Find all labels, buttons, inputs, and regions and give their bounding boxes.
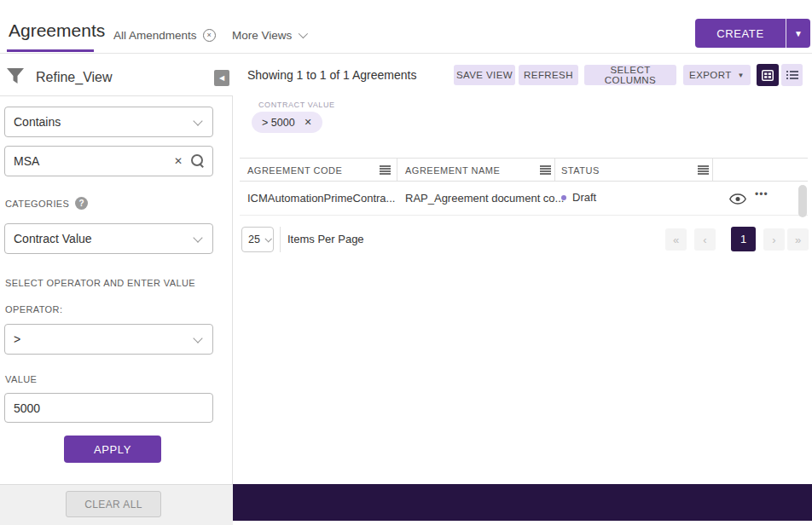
saved-view-label: All Amendments	[113, 29, 197, 42]
category-select[interactable]: Contract Value	[4, 223, 213, 254]
value-text: 5000	[14, 401, 40, 415]
column-divider	[712, 159, 713, 182]
create-dropdown-arrow-icon[interactable]: ▼	[786, 19, 810, 48]
filter-icon	[7, 68, 24, 87]
current-page-button[interactable]: 1	[731, 227, 756, 251]
column-header-agreement-name: AGREEMENT NAME	[405, 165, 500, 176]
operator-select[interactable]: >	[4, 324, 213, 355]
table-header-row: AGREEMENT CODE AGREEMENT NAME STATUS	[240, 158, 808, 182]
last-page-button[interactable]: »	[787, 228, 809, 251]
refresh-button[interactable]: REFRESH	[519, 65, 578, 85]
more-views-label: More Views	[232, 29, 292, 42]
operator-label: OPERATOR:	[5, 304, 62, 314]
export-dropdown-arrow-icon: ▼	[738, 72, 745, 79]
items-per-page-select[interactable]: 25	[241, 227, 274, 252]
table-row[interactable]: ICMAutomationPrimeContra... RAP_Agreemen…	[240, 182, 808, 216]
remove-view-icon[interactable]: ×	[203, 29, 216, 42]
next-page-button[interactable]: ›	[763, 228, 785, 251]
vertical-scrollbar-thumb[interactable]	[798, 185, 807, 217]
chevron-down-icon	[193, 233, 202, 242]
status-dot	[561, 195, 566, 200]
search-input[interactable]: MSA ✕	[4, 146, 213, 176]
grid-view-toggle[interactable]	[757, 64, 779, 86]
column-header-agreement-code: AGREEMENT CODE	[247, 165, 342, 176]
export-label: EXPORT	[689, 70, 731, 80]
search-value: MSA	[14, 154, 39, 168]
active-tab-underline	[7, 49, 94, 52]
remove-filter-icon[interactable]: ✕	[304, 117, 312, 128]
operator-value: >	[14, 332, 20, 346]
filter-chip-category-label: CONTRACT VALUE	[258, 101, 335, 109]
footer-bar	[233, 484, 812, 521]
grid-view-icon	[762, 70, 774, 81]
create-split-button[interactable]: CREATE ▼	[695, 19, 810, 48]
cell-agreement-name: RAP_Agreement document co...	[405, 192, 564, 205]
results-count-text: Showing 1 to 1 of 1 Agreements	[247, 68, 416, 82]
column-divider	[397, 159, 397, 182]
select-columns-button[interactable]: SELECT COLUMNS	[584, 65, 676, 85]
divider	[280, 227, 281, 252]
first-page-button[interactable]: «	[665, 228, 687, 251]
export-button[interactable]: EXPORT ▼	[683, 65, 751, 85]
operator-section-label: SELECT OPERATOR AND ENTER VALUE	[5, 278, 195, 288]
help-icon[interactable]: ?	[75, 197, 88, 210]
categories-label: CATEGORIES	[5, 199, 69, 209]
search-icon[interactable]	[191, 154, 206, 169]
filter-chip: > 5000 ✕	[252, 112, 322, 133]
value-input[interactable]: 5000	[4, 393, 213, 423]
chevron-down-icon	[193, 333, 202, 343]
column-menu-icon[interactable]	[380, 165, 391, 175]
cell-agreement-code: ICMAutomationPrimeContra...	[247, 192, 395, 205]
column-divider	[554, 159, 555, 182]
items-per-page-value: 25	[248, 234, 260, 245]
items-per-page-label: Items Per Page	[287, 233, 364, 245]
contains-select[interactable]: Contains	[4, 107, 213, 137]
status-text: Draft	[572, 191, 596, 204]
previous-page-button[interactable]: ‹	[694, 228, 716, 251]
refine-sidebar-header	[0, 54, 233, 96]
contains-value: Contains	[14, 115, 61, 129]
list-view-icon	[786, 70, 798, 80]
category-value: Contract Value	[14, 232, 92, 245]
chevron-down-icon	[264, 235, 271, 242]
collapse-sidebar-button[interactable]: ◀	[214, 70, 229, 86]
clear-all-button[interactable]: CLEAR ALL	[66, 491, 161, 517]
refine-view-title: Refine_View	[36, 70, 113, 85]
agreements-page: Agreements All Amendments × More Views C…	[0, 0, 812, 525]
page-title: Agreements	[9, 20, 105, 41]
chevron-down-icon	[193, 116, 202, 125]
create-button[interactable]: CREATE	[695, 19, 786, 48]
filter-chip-value: > 5000	[262, 117, 295, 129]
list-view-toggle[interactable]	[781, 64, 803, 86]
column-menu-icon[interactable]	[698, 165, 709, 175]
more-views-dropdown[interactable]: More Views	[232, 26, 305, 44]
clear-search-icon[interactable]: ✕	[174, 155, 183, 167]
column-header-status: STATUS	[561, 165, 600, 176]
row-actions-ellipsis-icon[interactable]: •••	[755, 188, 768, 200]
apply-button[interactable]: APPLY	[64, 436, 161, 463]
saved-view-tab[interactable]: All Amendments ×	[113, 26, 216, 44]
value-label: VALUE	[5, 374, 37, 384]
column-menu-icon[interactable]	[540, 165, 551, 175]
categories-label-row: CATEGORIES ?	[5, 197, 88, 210]
cell-status: Draft	[561, 191, 596, 204]
save-view-button[interactable]: SAVE VIEW	[454, 65, 515, 85]
preview-eye-icon[interactable]	[729, 193, 746, 208]
